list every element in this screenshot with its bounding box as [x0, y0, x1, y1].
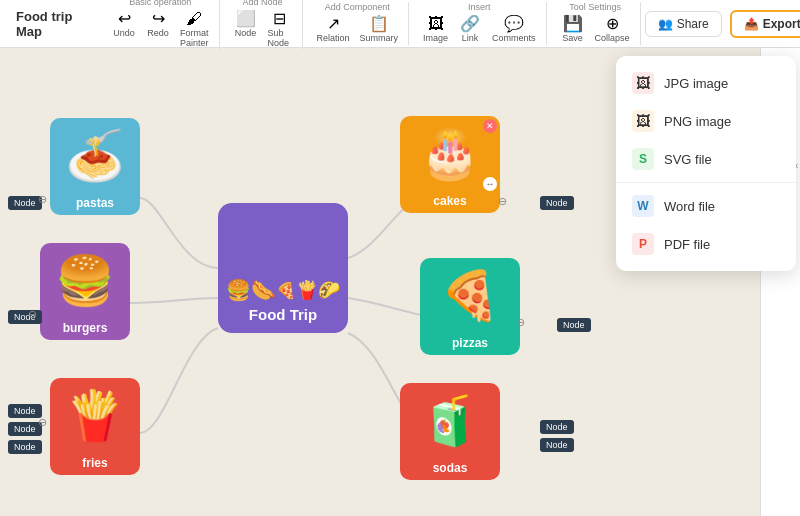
- image-button[interactable]: 🖼 Image: [419, 14, 452, 45]
- png-label: PNG image: [664, 114, 731, 129]
- comments-label: Comments: [492, 33, 536, 43]
- sodas-node-tag-1[interactable]: Node: [540, 420, 574, 434]
- comments-button[interactable]: 💬 Comments: [488, 14, 540, 45]
- word-label: Word file: [664, 199, 715, 214]
- burgers-expand[interactable]: ⊖: [28, 308, 37, 321]
- burgers-node[interactable]: 🍔 burgers: [40, 243, 130, 340]
- save-icon: 💾: [563, 16, 583, 32]
- pdf-icon: P: [632, 233, 654, 255]
- relation-label: Relation: [317, 33, 350, 43]
- fries-label: fries: [50, 453, 140, 475]
- relation-button[interactable]: ↗ Relation: [313, 14, 354, 45]
- export-icon: 📤: [744, 17, 759, 31]
- canvas: 🍝 pastas Node ⊖ 🍔 burgers Node ⊖ 🍟 fries…: [0, 48, 800, 516]
- tool-settings-label: Tool Settings: [569, 2, 621, 12]
- save-button[interactable]: 💾 Save: [557, 14, 589, 45]
- export-label: Export: [763, 17, 800, 31]
- undo-button[interactable]: ↩ Undo: [108, 9, 140, 50]
- basic-op-label: Basic operation: [129, 0, 191, 7]
- add-node-label: Add Node: [243, 0, 283, 7]
- node-btn-label: Node: [235, 28, 257, 38]
- export-svg-item[interactable]: S SVG file: [616, 140, 796, 178]
- burgers-label: burgers: [40, 318, 130, 340]
- pastas-emoji: 🍝: [50, 118, 140, 193]
- pizzas-node-tag[interactable]: Node: [557, 318, 591, 332]
- export-word-item[interactable]: W Word file: [616, 187, 796, 225]
- cakes-node[interactable]: ✕ ↔ 🎂 cakes: [400, 116, 500, 213]
- relation-icon: ↗: [327, 16, 340, 32]
- pdf-label: PDF file: [664, 237, 710, 252]
- toolbar-group-add-node: Add Node ⬜ Node ⊟ Sub Node: [224, 0, 303, 50]
- export-png-item[interactable]: 🖼 PNG image: [616, 102, 796, 140]
- sodas-node-tag-2[interactable]: Node: [540, 438, 574, 452]
- toolbar-right: 👥 Share 📤 Export: [645, 10, 800, 38]
- fries-node-tag-2[interactable]: Node: [8, 422, 42, 436]
- link-button[interactable]: 🔗 Link: [454, 14, 486, 45]
- pastas-expand[interactable]: ⊖: [38, 193, 47, 206]
- summary-button[interactable]: 📋 Summary: [356, 14, 403, 45]
- summary-icon: 📋: [369, 16, 389, 32]
- fries-emoji: 🍟: [50, 378, 140, 453]
- collapse-button[interactable]: ⊕ Collapse: [591, 14, 634, 45]
- cakes-expand-button[interactable]: ↔: [483, 177, 497, 191]
- sub-node-button[interactable]: ⊟ Sub Node: [264, 9, 296, 50]
- cakes-label: cakes: [400, 191, 500, 213]
- svg-label: SVG file: [664, 152, 712, 167]
- jpg-label: JPG image: [664, 76, 728, 91]
- center-hotdog-emoji: 🌭: [251, 278, 276, 302]
- cakes-expand-line[interactable]: ⊖: [498, 195, 507, 208]
- burgers-emoji: 🍔: [40, 243, 130, 318]
- toolbar-group-tool-settings: Tool Settings 💾 Save ⊕ Collapse: [551, 2, 641, 45]
- link-icon: 🔗: [460, 16, 480, 32]
- center-fries-emoji: 🍟: [296, 279, 318, 301]
- toolbar: Food trip Map Basic operation ↩ Undo ↪ R…: [0, 0, 800, 48]
- pizzas-expand[interactable]: ⊖: [516, 316, 525, 329]
- redo-button[interactable]: ↪ Redo: [142, 9, 174, 50]
- fries-node-tag-1[interactable]: Node: [8, 404, 42, 418]
- app-title: Food trip Map: [8, 9, 98, 39]
- sodas-node[interactable]: 🧃 sodas: [400, 383, 500, 480]
- pizzas-emoji: 🍕: [420, 258, 520, 333]
- center-node[interactable]: 🍔 🌭 🍕 🍟 🌮 Food Trip: [218, 203, 348, 333]
- undo-icon: ↩: [118, 11, 131, 27]
- format-painter-icon: 🖌: [186, 11, 202, 27]
- fries-node-tag-3[interactable]: Node: [8, 440, 42, 454]
- cakes-node-tag[interactable]: Node: [540, 196, 574, 210]
- collapse-label: Collapse: [595, 33, 630, 43]
- fries-expand[interactable]: ⊖: [38, 416, 47, 429]
- image-icon: 🖼: [428, 16, 444, 32]
- format-painter-button[interactable]: 🖌 Format Painter: [176, 9, 213, 50]
- link-label: Link: [462, 33, 479, 43]
- node-button[interactable]: ⬜ Node: [230, 9, 262, 50]
- center-food-grid: 🍔 🌭 🍕 🍟 🌮: [218, 270, 348, 302]
- export-pdf-item[interactable]: P PDF file: [616, 225, 796, 263]
- comments-icon: 💬: [504, 16, 524, 32]
- center-burger-emoji: 🍔: [226, 278, 251, 302]
- image-label: Image: [423, 33, 448, 43]
- share-icon: 👥: [658, 17, 673, 31]
- save-label: Save: [562, 33, 583, 43]
- pastas-node-tag[interactable]: Node: [8, 196, 42, 210]
- center-pizza-emoji: 🍕: [276, 281, 296, 300]
- dropdown-divider: [616, 182, 796, 183]
- export-dropdown: 🖼 JPG image 🖼 PNG image S SVG file W Wor…: [616, 56, 796, 271]
- undo-label: Undo: [113, 28, 135, 38]
- svg-icon: S: [632, 148, 654, 170]
- export-jpg-item[interactable]: 🖼 JPG image: [616, 64, 796, 102]
- jpg-icon: 🖼: [632, 72, 654, 94]
- share-button[interactable]: 👥 Share: [645, 11, 722, 37]
- pastas-node[interactable]: 🍝 pastas: [50, 118, 140, 215]
- add-component-label: Add Component: [325, 2, 390, 12]
- cakes-close-button[interactable]: ✕: [483, 119, 497, 133]
- center-node-label: Food Trip: [245, 302, 321, 327]
- center-taco-emoji: 🌮: [318, 279, 340, 301]
- export-button[interactable]: 📤 Export: [730, 10, 800, 38]
- format-painter-label: Format Painter: [180, 28, 209, 48]
- node-icon: ⬜: [236, 11, 256, 27]
- collapse-icon: ⊕: [606, 16, 619, 32]
- word-icon: W: [632, 195, 654, 217]
- pizzas-node[interactable]: 🍕 pizzas: [420, 258, 520, 355]
- insert-label: Insert: [468, 2, 491, 12]
- toolbar-group-insert: Insert 🖼 Image 🔗 Link 💬 Comments: [413, 2, 547, 45]
- fries-node[interactable]: 🍟 fries: [50, 378, 140, 475]
